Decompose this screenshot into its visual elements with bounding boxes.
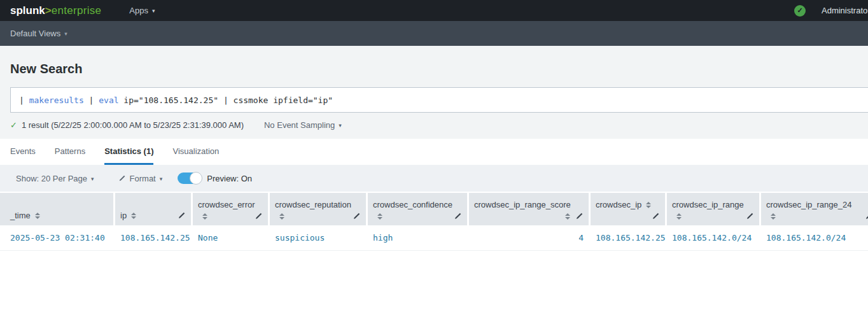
caret-down-icon: ▾: [152, 8, 155, 14]
pencil-icon: [118, 174, 126, 182]
query-segment: |: [19, 95, 29, 105]
query-segment: makeresults: [29, 95, 84, 105]
column-label: crowdsec_reputation: [275, 200, 351, 209]
column-label: crowdsec_ip: [596, 200, 641, 209]
caret-down-icon: ▾: [160, 176, 163, 182]
statistics-table: _timeipcrowdsec_errorcrowdsec_reputation…: [0, 193, 868, 251]
apps-label: Apps: [129, 6, 148, 15]
column-header-crowdsec_ip_range[interactable]: crowdsec_ip_range: [667, 193, 759, 225]
column-header-crowdsec_ip_range_24[interactable]: crowdsec_ip_range_24: [761, 193, 868, 225]
sort-icon[interactable]: [646, 202, 651, 208]
table-row: 2025-05-23 02:31:40108.165.142.25Nonesus…: [0, 227, 868, 251]
column-header-time[interactable]: _time: [0, 193, 113, 225]
sort-icon[interactable]: [565, 213, 570, 220]
event-sampling-label: No Event Sampling: [264, 120, 335, 130]
app-bar: Default Views ▾: [0, 21, 868, 46]
sort-icon[interactable]: [771, 213, 776, 220]
column-label: crowdsec_error: [198, 200, 255, 209]
sort-icon[interactable]: [377, 213, 382, 220]
edit-column-pencil-icon[interactable]: [575, 212, 584, 220]
cell-crowdsec_ip_range_24[interactable]: 108.165.142.0/24: [761, 227, 868, 250]
apps-menu[interactable]: Apps ▾: [129, 6, 155, 15]
result-status-line: ✓ 1 result (5/22/25 2:00:00.000 AM to 5/…: [10, 120, 868, 130]
cell-crowdsec_ip[interactable]: 108.165.142.25: [591, 227, 665, 250]
tab-events[interactable]: Events: [10, 139, 36, 165]
logo-enterprise-text: enterprise: [52, 4, 102, 17]
column-header-crowdsec_error[interactable]: crowdsec_error: [193, 193, 268, 225]
format-label: Format: [130, 174, 156, 183]
default-views-label: Default Views: [10, 29, 60, 38]
splunk-logo[interactable]: splunk>enterprise: [10, 4, 101, 17]
table-header-row: _timeipcrowdsec_errorcrowdsec_reputation…: [0, 193, 868, 225]
cell-crowdsec_confidence[interactable]: high: [368, 227, 467, 250]
preview-label: Preview: On: [207, 174, 252, 183]
column-label: ip: [120, 211, 127, 220]
edit-column-pencil-icon[interactable]: [178, 211, 186, 220]
search-header-section: New Search | makeresults | eval ip="108.…: [0, 46, 868, 139]
tab-patterns[interactable]: Patterns: [55, 139, 85, 165]
results-toolbar: Show: 20 Per Page ▾ Format ▾ Preview: On: [0, 165, 868, 192]
caret-down-icon: ▾: [91, 176, 94, 182]
edit-column-pencil-icon[interactable]: [652, 212, 660, 220]
column-label: crowdsec_confidence: [373, 200, 452, 209]
query-segment: |: [84, 95, 99, 105]
column-header-crowdsec_ip[interactable]: crowdsec_ip: [591, 193, 665, 225]
cell-time[interactable]: 2025-05-23 02:31:40: [0, 227, 113, 250]
cell-ip[interactable]: 108.165.142.25: [115, 227, 191, 250]
caret-down-icon: ▾: [339, 123, 342, 129]
result-summary: 1 result (5/22/25 2:00:00.000 AM to 5/23…: [22, 120, 244, 130]
column-label: crowdsec_ip_range_24: [766, 200, 851, 209]
cell-crowdsec_reputation[interactable]: suspicious: [270, 227, 366, 250]
edit-column-pencil-icon[interactable]: [353, 212, 361, 220]
per-page-menu[interactable]: Show: 20 Per Page ▾: [16, 174, 94, 183]
format-menu[interactable]: Format ▾: [118, 174, 163, 183]
edit-column-pencil-icon[interactable]: [454, 212, 462, 220]
tab-visualization[interactable]: Visualization: [172, 139, 219, 165]
sort-icon[interactable]: [676, 213, 682, 220]
sort-icon[interactable]: [279, 213, 284, 220]
sort-icon[interactable]: [202, 213, 207, 220]
query-segment: ip="108.165.142.25" | cssmoke ipfield="i…: [119, 95, 333, 105]
edit-column-pencil-icon[interactable]: [255, 212, 263, 220]
results-tabs: EventsPatternsStatistics (1)Visualizatio…: [0, 139, 868, 165]
preview-toggle[interactable]: [178, 173, 202, 184]
toggle-knob-icon: [190, 172, 202, 185]
top-bar: splunk>enterprise Apps ▾ ✓ Administrator: [0, 0, 868, 21]
column-header-crowdsec_confidence[interactable]: crowdsec_confidence: [368, 193, 467, 225]
logo-gt-icon: >: [45, 4, 52, 17]
cell-crowdsec_ip_range_score[interactable]: 4: [469, 227, 589, 250]
sort-icon[interactable]: [35, 213, 40, 219]
column-label: crowdsec_ip_range: [672, 200, 744, 209]
search-query-text: | makeresults | eval ip="108.165.142.25"…: [19, 95, 333, 105]
logo-splunk-text: splunk: [10, 4, 45, 17]
edit-column-pencil-icon[interactable]: [746, 212, 754, 220]
check-icon: ✓: [10, 120, 17, 130]
query-segment: eval: [99, 95, 118, 105]
column-label: _time: [10, 211, 31, 220]
health-check-icon[interactable]: ✓: [794, 5, 806, 17]
event-sampling-menu[interactable]: No Event Sampling ▾: [264, 120, 342, 130]
column-header-ip[interactable]: ip: [115, 193, 191, 225]
page-title: New Search: [10, 61, 868, 76]
cell-crowdsec_ip_range[interactable]: 108.165.142.0/24: [667, 227, 759, 250]
per-page-label: Show: 20 Per Page: [16, 174, 87, 183]
sort-icon[interactable]: [131, 213, 136, 219]
username-label: Administrator: [822, 6, 868, 15]
edit-column-pencil-icon[interactable]: [865, 212, 868, 220]
user-menu[interactable]: ✓ Administrator: [794, 0, 868, 21]
column-header-crowdsec_ip_range_score[interactable]: crowdsec_ip_range_score: [469, 193, 589, 225]
cell-crowdsec_error[interactable]: None: [193, 227, 268, 250]
search-input[interactable]: | makeresults | eval ip="108.165.142.25"…: [10, 87, 868, 113]
caret-down-icon: ▾: [64, 31, 67, 37]
column-header-crowdsec_reputation[interactable]: crowdsec_reputation: [270, 193, 366, 225]
default-views-menu[interactable]: Default Views ▾: [10, 29, 67, 38]
table-body: 2025-05-23 02:31:40108.165.142.25Nonesus…: [0, 227, 868, 251]
tab-statistics-1[interactable]: Statistics (1): [104, 139, 153, 165]
column-label: crowdsec_ip_range_score: [474, 200, 571, 209]
